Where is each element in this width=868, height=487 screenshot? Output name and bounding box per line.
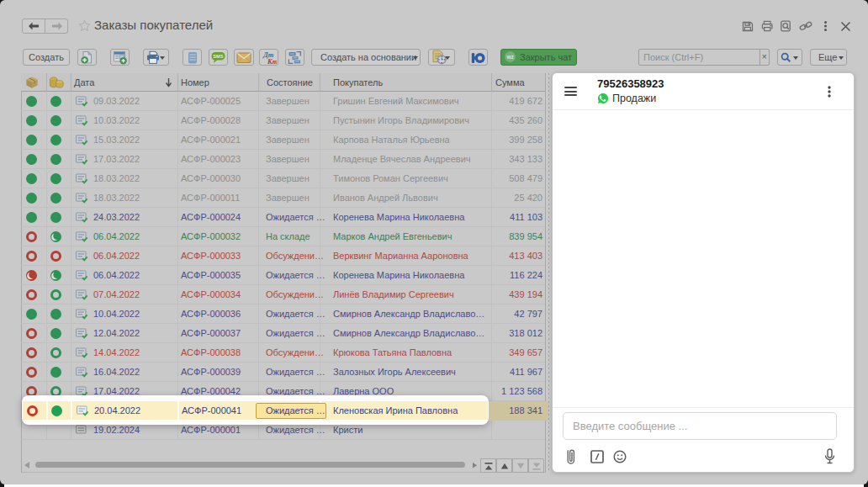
- svg-text:Кт: Кт: [267, 58, 277, 65]
- svg-text:SMS: SMS: [213, 54, 223, 59]
